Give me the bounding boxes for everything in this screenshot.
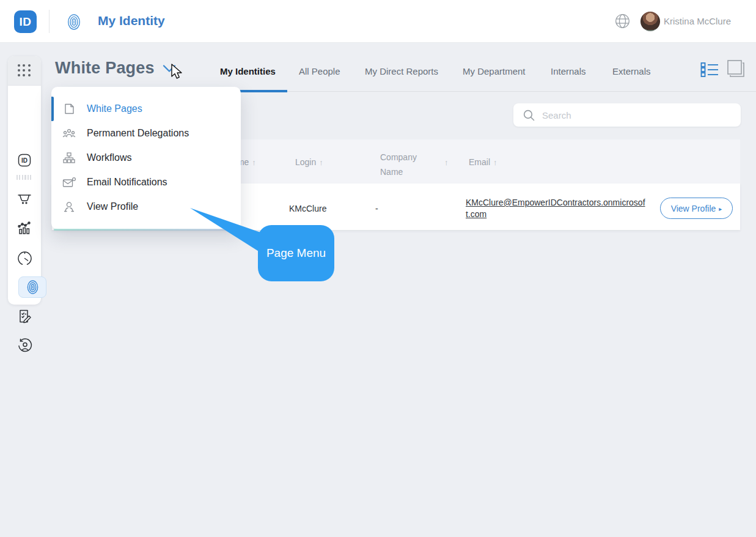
cell-login: KMcClure [289, 204, 326, 213]
menu-item-workflows[interactable]: Workflows [51, 146, 241, 170]
menu-item-white-pages[interactable]: White Pages [51, 97, 241, 121]
tab-all-people[interactable]: All People [299, 66, 340, 76]
email-link[interactable]: KMcClure@EmpowerIDContractors.onmicrosof… [466, 197, 649, 220]
left-icon-sidebar: ID [8, 56, 41, 305]
sort-asc-icon[interactable]: ↑ [441, 157, 449, 167]
view-profile-button[interactable]: View Profile ▸ [660, 198, 733, 219]
tab-my-direct-reports[interactable]: My Direct Reports [365, 66, 438, 76]
sidebar-item-my-identity[interactable] [18, 276, 46, 298]
column-header-login[interactable]: Login↑ [295, 157, 323, 167]
sort-asc-icon[interactable]: ↑ [252, 158, 256, 167]
column-header-email[interactable]: Email↑ [469, 157, 497, 167]
delegations-icon [62, 127, 76, 139]
menu-item-permanent-delegations[interactable]: Permanent Delegations [51, 121, 241, 146]
app-launcher-button[interactable] [8, 56, 41, 86]
sidebar-item-user-activity[interactable] [8, 333, 41, 358]
search-input[interactable] [542, 110, 725, 120]
cell-email: KMcClure@EmpowerIDContractors.onmicrosof… [466, 197, 649, 220]
tab-my-department[interactable]: My Department [463, 66, 526, 76]
page-menu-callout: Page Menu [258, 225, 334, 281]
svg-text:ID: ID [21, 157, 28, 164]
analytics-chart-icon [17, 220, 32, 236]
cell-company-name: - [375, 204, 378, 213]
card-view-toggle[interactable] [727, 59, 745, 78]
card-view-icon [727, 59, 745, 78]
sort-asc-icon[interactable]: ↑ [493, 158, 497, 167]
tab-externals[interactable]: Externals [612, 66, 651, 76]
user-avatar[interactable] [640, 12, 660, 31]
globe-icon[interactable] [615, 13, 630, 29]
page-menu-dropdown: White Pages Permanent Delegations [51, 87, 241, 229]
search-bar [513, 103, 741, 127]
top-header-bar: ID My Identity Kristina McClure [0, 0, 756, 43]
app-launcher-icon [18, 64, 31, 78]
page-title: White Pages [55, 59, 155, 78]
sidebar-item-analytics[interactable] [8, 216, 41, 240]
list-view-toggle[interactable] [700, 62, 719, 78]
sidebar-item-id-badge[interactable]: ID [8, 148, 41, 172]
column-header-company-name[interactable]: Company Name [380, 150, 428, 179]
tab-internals[interactable]: Internals [551, 66, 586, 76]
dashboard-gauge-icon [17, 250, 33, 267]
list-view-icon [700, 62, 719, 78]
my-identity-app: ID My Identity Kristina McClure [0, 0, 756, 537]
header-divider [49, 10, 50, 33]
sort-asc-icon[interactable]: ↑ [319, 158, 323, 167]
user-activity-icon [17, 338, 33, 354]
id-badge-icon: ID [17, 152, 32, 168]
workflows-icon [62, 152, 76, 164]
shopping-cart-icon [17, 190, 32, 206]
sidebar-item-dashboard[interactable] [8, 246, 41, 270]
caret-right-icon: ▸ [719, 206, 722, 212]
divider-stripes-icon [17, 175, 32, 180]
page-app-title: My Identity [98, 13, 165, 28]
view-profile-icon [62, 201, 76, 213]
fingerprint-icon [67, 13, 81, 31]
sidebar-item-tasks[interactable] [8, 304, 41, 328]
page-menu-chevron-icon[interactable] [163, 64, 176, 73]
menu-item-email-notifications[interactable]: Email Notifications [51, 170, 241, 194]
menu-item-view-profile[interactable]: View Profile [51, 194, 241, 219]
tab-my-identities[interactable]: My Identities [220, 66, 276, 76]
sidebar-section-divider [8, 171, 41, 183]
callout-label: Page Menu [266, 246, 326, 260]
sidebar-item-shopping-cart[interactable] [8, 186, 41, 210]
white-pages-icon [62, 103, 76, 115]
fingerprint-icon [26, 280, 39, 295]
empowerid-logo[interactable]: ID [14, 10, 37, 33]
search-icon [523, 109, 535, 121]
tasks-edit-icon [17, 308, 32, 324]
user-name[interactable]: Kristina McClure [664, 16, 731, 26]
email-notifications-icon [62, 177, 76, 188]
